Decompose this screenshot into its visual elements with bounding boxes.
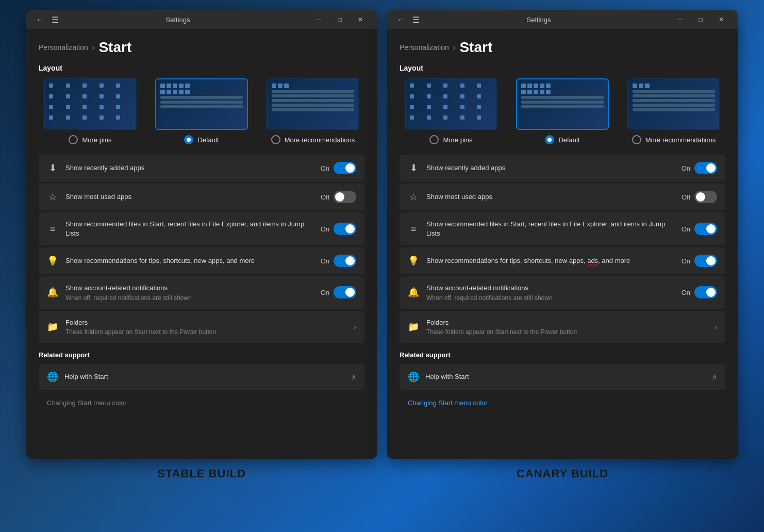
mixed-row — [272, 99, 354, 102]
toggle-switch-most-used[interactable] — [334, 191, 356, 203]
layout-mixed-recs — [268, 79, 358, 129]
close-button[interactable]: ✕ — [350, 12, 371, 27]
minimize-button[interactable]: ─ — [309, 12, 329, 27]
list-icon: ≡ — [47, 224, 58, 235]
radio-more-pins-canary[interactable]: More pins — [429, 135, 472, 144]
window-title: Settings — [62, 16, 293, 24]
pin — [116, 105, 120, 109]
layout-more-recs[interactable]: More recommendations — [261, 78, 364, 144]
maximize-button[interactable]: □ — [329, 12, 350, 27]
radio-label-more-recs: More recommendations — [285, 136, 355, 144]
window-controls-canary: ─ □ ✕ — [670, 12, 732, 27]
toggle-switch-account-notifs[interactable] — [334, 286, 356, 298]
pin — [66, 84, 70, 88]
minimize-button-canary[interactable]: ─ — [670, 12, 690, 27]
layout-default[interactable]: Default — [150, 78, 253, 144]
toggle-label-account-notifs: Show account-related notifications — [65, 284, 313, 293]
pin — [427, 84, 431, 88]
line — [521, 105, 604, 108]
close-button-canary[interactable]: ✕ — [711, 12, 732, 27]
radio-default-canary[interactable]: Default — [545, 135, 579, 144]
mixed-row — [633, 108, 715, 111]
toggle-sub-account-notifs: When off, required notifications are sti… — [65, 294, 313, 302]
toggle-text-tips-canary: Show recommendations for tips, shortcuts… — [426, 256, 674, 265]
radio-circle-more-pins-canary[interactable] — [429, 135, 439, 144]
toggle-switch-account-notifs-canary[interactable] — [694, 286, 717, 298]
dot — [534, 90, 538, 94]
layout-default-canary[interactable]: Default — [511, 78, 614, 144]
folders-row[interactable]: 📁 Folders These folders appear on Start … — [39, 311, 364, 343]
radio-more-recs[interactable]: More recommendations — [271, 135, 355, 144]
mixed-row — [272, 104, 354, 107]
toggle-thumb — [345, 288, 355, 297]
toggle-state-tips: On — [321, 257, 329, 265]
toggle-switch-tips[interactable] — [334, 255, 356, 267]
menu-button-canary[interactable]: ☰ — [409, 12, 423, 27]
pin — [443, 105, 447, 109]
radio-more-pins[interactable]: More pins — [69, 135, 111, 144]
line — [160, 101, 243, 104]
toggle-text-recently-added: Show recently added apps — [65, 163, 313, 173]
toggle-state-account-notifs-canary: On — [682, 289, 690, 296]
dot — [521, 84, 526, 88]
radio-circle-default-canary[interactable] — [545, 135, 554, 144]
breadcrumb-parent[interactable]: Personalization — [39, 43, 88, 52]
bell-icon-canary: 🔔 — [408, 287, 419, 298]
toggle-right-most-used: Off — [321, 191, 356, 203]
pin — [443, 84, 447, 88]
stable-build-label: STABLE BUILD — [26, 459, 377, 486]
bell-icon: 🔔 — [47, 287, 58, 298]
canary-titlebar: ← ☰ Settings ─ □ ✕ — [387, 10, 738, 29]
radio-circle-default[interactable] — [184, 135, 193, 144]
layout-more-recs-canary[interactable]: More recommendations — [622, 78, 725, 144]
radio-circle-more-pins[interactable] — [69, 135, 78, 144]
pin — [66, 94, 70, 98]
radio-default[interactable]: Default — [184, 135, 219, 144]
toggle-switch-recently-added-canary[interactable] — [694, 162, 717, 174]
radio-label-more-recs-canary: More recommendations — [645, 136, 716, 144]
pin — [116, 115, 120, 120]
outer-background: ← ☰ Settings ─ □ ✕ Personalization › Sta… — [0, 0, 764, 532]
mixed-row — [160, 96, 243, 99]
changing-color-hint-canary[interactable]: Changing Start menu color — [400, 394, 725, 412]
toggle-switch-recently-added[interactable] — [334, 162, 356, 174]
toggle-right-most-used-canary: Off — [682, 191, 717, 203]
pin — [477, 84, 481, 88]
layout-more-pins[interactable]: More pins — [39, 78, 142, 144]
mixed-row — [521, 84, 604, 88]
toggle-switch-tips-canary[interactable] — [694, 255, 717, 267]
toggle-switch-recommended-files[interactable] — [334, 223, 356, 235]
layout-mixed-recs-canary — [628, 79, 719, 129]
dot — [179, 84, 184, 88]
help-row-canary[interactable]: 🌐 Help with Start ∧ — [400, 364, 725, 390]
pin — [443, 115, 447, 120]
dot — [173, 90, 177, 94]
folders-row-canary[interactable]: 📁 Folders These folders appear on Start … — [400, 311, 725, 343]
toggle-thumb — [335, 192, 344, 202]
radio-circle-more-recs[interactable] — [271, 135, 280, 144]
maximize-button-canary[interactable]: □ — [690, 12, 711, 27]
layout-more-pins-canary[interactable]: More pins — [400, 78, 503, 144]
back-button[interactable]: ← — [32, 12, 47, 27]
dot — [167, 90, 171, 94]
breadcrumb-sep-canary: › — [453, 43, 456, 52]
stable-content: Personalization › Start Layout — [26, 29, 377, 459]
stable-titlebar: ← ☰ Settings ─ □ ✕ — [26, 10, 377, 29]
help-row[interactable]: 🌐 Help with Start ∧ — [39, 364, 364, 390]
toggle-recently-added: ⬇ Show recently added apps On — [39, 155, 364, 181]
mixed-row — [160, 84, 243, 88]
menu-button[interactable]: ☰ — [48, 12, 62, 27]
radio-label-default: Default — [197, 136, 219, 144]
dot — [546, 90, 551, 94]
dot — [179, 90, 184, 94]
radio-more-recs-canary[interactable]: More recommendations — [632, 135, 716, 144]
help-text-canary: Help with Start — [425, 373, 706, 380]
line — [633, 99, 715, 102]
dot — [160, 84, 165, 88]
download-icon-canary: ⬇ — [408, 162, 419, 174]
back-button-canary[interactable]: ← — [393, 12, 408, 27]
toggle-switch-most-used-canary[interactable] — [694, 191, 717, 203]
radio-circle-more-recs-canary[interactable] — [632, 135, 641, 144]
toggle-switch-recommended-files-canary[interactable] — [694, 223, 717, 235]
breadcrumb-parent-canary[interactable]: Personalization — [400, 43, 449, 52]
